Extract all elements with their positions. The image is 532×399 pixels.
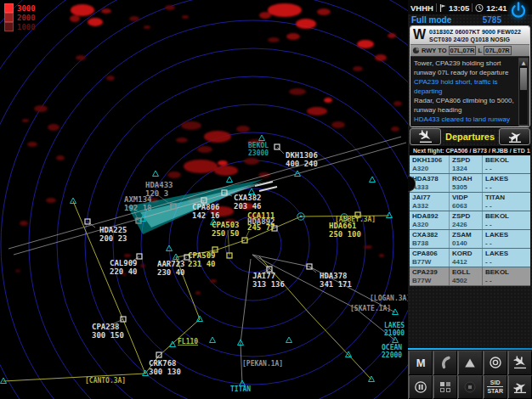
scroll-up-icon[interactable]: ▲ bbox=[519, 59, 528, 66]
aircraft-cpa509[interactable]: CPA509231 40 bbox=[188, 247, 218, 268]
radio-message: HDA433 cleared to land runway 07R bbox=[414, 115, 518, 127]
departures-tab-button[interactable] bbox=[499, 128, 530, 145]
svg-text:LAKES: LAKES bbox=[384, 322, 405, 329]
aircraft-dkh1306[interactable]: DKH1306400 240 bbox=[274, 144, 318, 168]
svg-text:BEKOL: BEKOL bbox=[248, 142, 269, 149]
legend-swatch bbox=[4, 13, 14, 22]
svg-text:[CANTO.3A]: [CANTO.3A] bbox=[85, 377, 126, 385]
strip-cell: CPA239B77W bbox=[410, 267, 450, 285]
strip-cell: ZSPD1324 bbox=[450, 155, 483, 173]
aircraft-jai77[interactable]: JAI77313 136 bbox=[252, 267, 285, 289]
svg-text:CPA806: CPA806 bbox=[192, 203, 220, 211]
right-panel: VHHH 13:05 12:41 Full mode 5785 bbox=[408, 0, 532, 399]
strip-cell: KORD4412 bbox=[450, 249, 483, 267]
aircraft-cal909[interactable]: CAL909220 40 bbox=[110, 254, 142, 276]
legend-item: 2000 bbox=[4, 13, 36, 22]
runway-mid-label: L bbox=[478, 47, 482, 54]
svg-text:AAR723: AAR723 bbox=[157, 260, 185, 268]
svg-text:300 150: 300 150 bbox=[92, 331, 124, 340]
svg-text:231 40: 231 40 bbox=[188, 260, 216, 268]
real-time: 12:41 bbox=[486, 3, 507, 13]
departures-chart-button[interactable] bbox=[507, 375, 532, 399]
svg-text:HDA661: HDA661 bbox=[329, 222, 357, 230]
departure-plane-icon bbox=[507, 129, 524, 143]
legend-item: 3000 bbox=[4, 3, 36, 13]
strip-cell: ZSPD2426 bbox=[450, 211, 483, 229]
mode-label: Full mode bbox=[411, 15, 451, 25]
svg-text:FL110: FL110 bbox=[178, 338, 198, 346]
landing-plane-icon bbox=[512, 356, 528, 369]
runway-icon bbox=[412, 47, 420, 54]
aircraft-layer: DKH1306400 240CXA382203 46CPA806142 16CC… bbox=[85, 144, 361, 376]
fix-toggle-button[interactable] bbox=[457, 351, 482, 375]
strip-layout-button[interactable] bbox=[433, 375, 457, 399]
arrivals-chart-button[interactable] bbox=[507, 351, 532, 375]
flight-strip[interactable]: CPA239B77WEGLL4502BEKOL- - bbox=[410, 267, 530, 286]
pause-button[interactable] bbox=[408, 375, 433, 399]
radar-scope[interactable]: BEKOL23000LAKES21000OCEAN22000TITAN[ABBE… bbox=[0, 0, 408, 399]
legend-swatch bbox=[4, 3, 14, 13]
strip-cell: LAKES- - bbox=[483, 174, 530, 192]
star-label: STAR bbox=[487, 386, 503, 395]
vector-button[interactable] bbox=[433, 351, 457, 375]
aircraft-hda225[interactable]: HDA225200 23 bbox=[85, 219, 127, 243]
aircraft-crk768[interactable]: CRK768300 130 bbox=[149, 352, 181, 376]
svg-text:22000: 22000 bbox=[382, 351, 402, 359]
rings-toggle-button[interactable] bbox=[483, 351, 507, 375]
svg-text:CRK768: CRK768 bbox=[149, 359, 177, 368]
svg-text:CPA509: CPA509 bbox=[188, 251, 216, 260]
arrivals-tab-button[interactable] bbox=[410, 128, 441, 145]
strip-cell: BEKOL- - bbox=[483, 267, 530, 285]
sid-star-button[interactable]: SID STAR bbox=[483, 375, 507, 399]
svg-text:120 3: 120 3 bbox=[145, 189, 168, 198]
legend-swatch bbox=[4, 22, 14, 31]
legend-label: 2000 bbox=[17, 14, 36, 22]
radio-message: CPA239 hold short, traffic is departing bbox=[414, 78, 518, 96]
runway-config-bar[interactable]: RWY TO 07L,07R L 07L,07R bbox=[410, 44, 529, 57]
panel-divider-line bbox=[408, 348, 532, 350]
svg-text:23000: 23000 bbox=[248, 149, 269, 157]
strip-cell: JAI77A332 bbox=[410, 193, 450, 211]
map-button-label: M bbox=[416, 357, 426, 369]
flight-strip[interactable]: HDA892A320ZSPD2426BEKOL- - bbox=[410, 211, 530, 230]
svg-text:CPA503: CPA503 bbox=[212, 221, 240, 229]
aircraft-cpa238[interactable]: CPA238300 150 bbox=[92, 317, 126, 340]
aircraft-cca111[interactable]: CCA111HDA892245 77 bbox=[242, 211, 275, 243]
strip-cell: LAKES- - bbox=[483, 230, 530, 248]
power-button[interactable] bbox=[507, 1, 530, 24]
info-card: W 031830Z 06007KT 9000 FEW022 SCT030 24/… bbox=[410, 25, 530, 127]
svg-text:[LOGAN.3A]: [LOGAN.3A] bbox=[370, 295, 408, 302]
flight-strip[interactable]: DKH1306A320ZSPD1324BEKOL- - bbox=[410, 155, 530, 174]
takeoff-runways: 07L,07R bbox=[449, 46, 477, 55]
record-button[interactable] bbox=[457, 375, 482, 399]
atc-app: BEKOL23000LAKES21000OCEAN22000TITAN[ABBE… bbox=[0, 0, 532, 399]
sid-star-label: SID STAR bbox=[487, 379, 503, 395]
curved-arrow-icon bbox=[439, 356, 452, 369]
svg-text:400 240: 400 240 bbox=[286, 160, 318, 168]
radio-message: Radar, CPA806 climbing to 5000, runway h… bbox=[414, 97, 518, 115]
scrollbar-thumb[interactable] bbox=[520, 68, 527, 90]
metar-text: 031830Z 06007KT 9000 FEW022 SCT030 24/20… bbox=[429, 28, 527, 43]
flight-strip[interactable]: HDA378A333ROAH5305LAKES- - bbox=[410, 174, 530, 193]
svg-text:[SKATE.1A]: [SKATE.1A] bbox=[350, 305, 391, 312]
flight-strip[interactable]: JAI77A332VIDP6063TITAN- - bbox=[410, 193, 530, 211]
strip-cell: VIDP6063 bbox=[450, 193, 483, 211]
svg-text:220 40: 220 40 bbox=[110, 267, 138, 276]
aircraft-hda378[interactable]: HDA378341 171 bbox=[307, 264, 352, 289]
grid-icon bbox=[439, 380, 452, 394]
strip-cell: DKH1306A320 bbox=[410, 155, 450, 173]
triangle-icon bbox=[463, 357, 477, 369]
strip-cell: LAKES- - bbox=[483, 249, 530, 267]
radio-message: Tower, CPA239 holding short runway 07L r… bbox=[414, 59, 518, 77]
arrival-plane-icon bbox=[417, 129, 434, 143]
map-button[interactable]: M bbox=[408, 351, 433, 375]
pause-icon bbox=[414, 380, 427, 394]
takeoff-plane-icon bbox=[512, 380, 528, 394]
svg-text:CXA382: CXA382 bbox=[234, 194, 262, 202]
svg-text:HDA378: HDA378 bbox=[320, 272, 348, 280]
message-scrollbar[interactable]: ▲ ▼ bbox=[518, 58, 529, 127]
strip-cell: BEKOL- - bbox=[483, 211, 530, 229]
message-log: Tower, CPA239 holding short runway 07L r… bbox=[410, 57, 529, 127]
flight-strip[interactable]: CXA382B738ZSAM0140LAKES- - bbox=[410, 230, 530, 249]
flight-strip[interactable]: CPA806B77WKORD4412LAKES- - bbox=[410, 249, 530, 267]
